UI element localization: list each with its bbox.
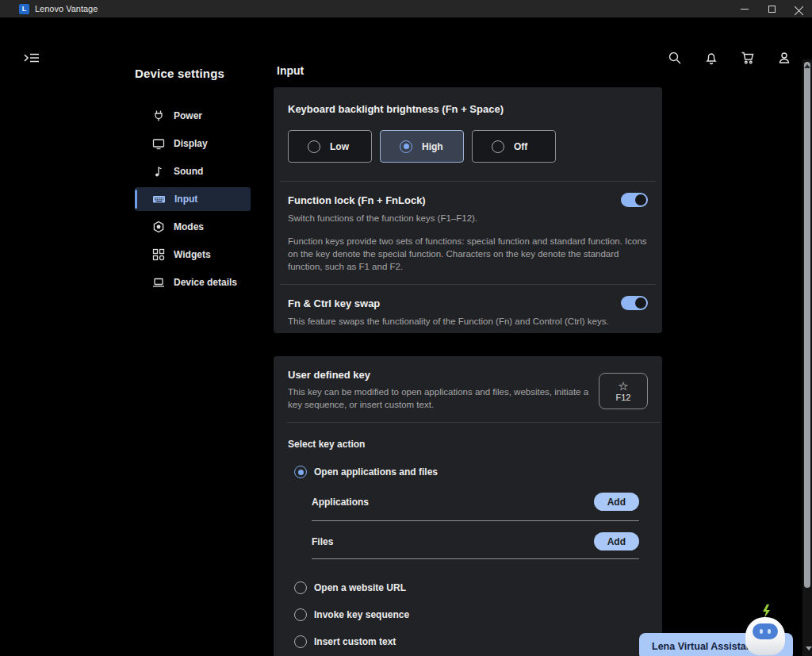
maximize-button[interactable] (758, 0, 785, 17)
divider (280, 284, 656, 285)
sidebar-heading: Device settings (135, 67, 251, 80)
selected-accent-bar (135, 190, 137, 209)
key-action-option-open-apps[interactable]: Open applications and files (294, 466, 648, 478)
robot-eye (768, 629, 771, 634)
key-label: F12 (616, 393, 631, 402)
add-applications-button[interactable]: Add (594, 493, 639, 511)
divider (280, 181, 656, 182)
app-logo-icon: L (19, 4, 29, 14)
sidebar-item-label: Modes (174, 221, 204, 232)
sidebar-item-label: Device details (174, 277, 237, 288)
radio-icon (308, 140, 320, 153)
menu-collapse-icon (24, 51, 40, 65)
sidebar-item-label: Display (174, 138, 208, 149)
sidebar-item-label: Input (174, 194, 197, 205)
function-lock-toggle[interactable] (621, 193, 648, 207)
radio-icon (294, 581, 307, 594)
user-key-title: User defined key (288, 369, 593, 381)
star-icon: ☆ (618, 380, 628, 392)
open-apps-sublist: Applications Add Files Add (312, 478, 639, 559)
widgets-icon (152, 248, 165, 261)
scroll-up-icon[interactable] (804, 64, 810, 68)
radio-icon (294, 635, 307, 648)
vertical-scrollbar[interactable] (802, 59, 812, 656)
key-action-option-custom-text[interactable]: Insert custom text (294, 635, 648, 648)
toggle-knob (635, 297, 646, 309)
person-icon (777, 51, 791, 65)
key-action-option-key-sequence[interactable]: Invoke key sequence (294, 608, 648, 621)
toggle-knob (635, 194, 646, 205)
scrollbar-thumb[interactable] (804, 62, 810, 588)
key-action-option-label: Invoke key sequence (314, 609, 409, 620)
radio-icon (492, 140, 504, 153)
sidebar-item-device-details[interactable]: Device details (135, 270, 251, 294)
sidebar-item-label: Sound (174, 166, 203, 177)
cart-button[interactable] (741, 51, 755, 65)
minimize-button[interactable] (731, 0, 758, 17)
notifications-button[interactable] (704, 51, 718, 65)
display-icon (152, 137, 165, 150)
key-action-option-website-url[interactable]: Open a website URL (294, 581, 648, 594)
add-files-button[interactable]: Add (594, 532, 639, 551)
keyboard-icon (152, 193, 166, 205)
robot-face (753, 623, 778, 639)
function-lock-details: Function keys provide two sets of functi… (288, 235, 648, 273)
maximize-icon (768, 6, 776, 13)
cart-icon (741, 51, 755, 65)
backlight-option-low[interactable]: Low (288, 130, 372, 163)
window-title: Lenovo Vantage (35, 4, 98, 13)
robot-eye (760, 629, 763, 634)
radio-checked-icon (400, 140, 412, 153)
power-plug-icon (152, 109, 165, 122)
sound-note-icon (152, 165, 165, 178)
applications-row: Applications Add (312, 478, 639, 521)
backlight-option-label: Off (514, 141, 527, 152)
close-icon (795, 5, 803, 13)
titlebar: L Lenovo Vantage (0, 0, 812, 17)
close-button[interactable] (785, 0, 812, 17)
fn-ctrl-swap-title: Fn & Ctrl key swap (288, 297, 380, 309)
fn-ctrl-swap-toggle[interactable] (621, 296, 648, 310)
backlight-option-label: High (422, 141, 443, 152)
bell-icon (704, 51, 718, 65)
sidebar-item-display[interactable]: Display (135, 132, 251, 155)
user-key-description: This key can be modified to open applica… (288, 386, 593, 411)
radio-checked-icon (294, 466, 307, 478)
key-action-option-label: Insert custom text (314, 636, 396, 647)
applications-label: Applications (312, 497, 369, 508)
sidebar-item-sound[interactable]: Sound (135, 159, 251, 183)
sidebar-item-widgets[interactable]: Widgets (135, 243, 251, 267)
minimize-icon (741, 9, 749, 10)
user-defined-key-card: User defined key This key can be modifie… (274, 356, 662, 656)
sidebar-item-modes[interactable]: Modes (135, 215, 251, 239)
sidebar-item-input[interactable]: Input (135, 187, 251, 211)
lena-assistant-label: Lena Virtual Assistant (652, 641, 756, 652)
lena-robot-mascot[interactable] (744, 604, 790, 656)
key-action-heading: Select key action (288, 439, 648, 450)
laptop-icon (152, 276, 165, 289)
backlight-title: Keyboard backlight brightness (Fn + Spac… (288, 103, 648, 115)
backlight-option-high[interactable]: High (380, 130, 464, 163)
modes-icon (152, 221, 165, 233)
key-action-option-label: Open applications and files (314, 466, 438, 478)
search-button[interactable] (668, 51, 682, 65)
radio-icon (294, 608, 307, 621)
function-lock-description: Switch functions of the function keys (F… (288, 212, 648, 224)
nav-menu-button[interactable] (24, 51, 40, 65)
search-icon (668, 51, 682, 65)
sidebar-item-label: Power (174, 110, 202, 121)
scroll-down-icon[interactable] (806, 646, 812, 650)
backlight-option-off[interactable]: Off (472, 130, 556, 163)
account-button[interactable] (777, 51, 791, 65)
files-row: Files Add (312, 521, 639, 559)
main-content: Input Keyboard backlight brightness (Fn … (274, 59, 662, 656)
user-defined-key-button[interactable]: ☆ F12 (599, 373, 648, 409)
files-label: Files (312, 536, 333, 547)
function-lock-title: Function lock (Fn + FnLock) (288, 194, 426, 206)
sidebar-item-power[interactable]: Power (135, 104, 251, 128)
page-title: Input (277, 64, 662, 77)
sidebar: Device settings Power Display Sound (135, 67, 251, 298)
sidebar-item-label: Widgets (174, 249, 211, 260)
backlight-option-label: Low (330, 141, 349, 152)
divider (287, 422, 660, 423)
